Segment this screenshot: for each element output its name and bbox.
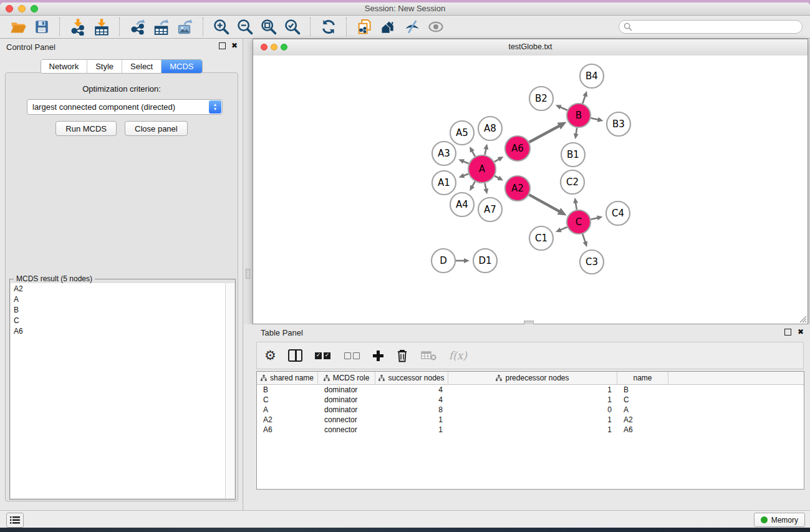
cell[interactable]: 1: [448, 425, 617, 434]
result-item-c[interactable]: C: [11, 315, 226, 326]
tab-mcds[interactable]: MCDS: [162, 60, 201, 73]
cell[interactable]: 1: [375, 415, 448, 424]
cell[interactable]: dominator: [318, 385, 375, 394]
home-icon[interactable]: [378, 17, 398, 37]
close-panel-button[interactable]: Close panel: [125, 121, 188, 136]
table-row-a6[interactable]: A6connector11A6: [257, 425, 804, 435]
cell[interactable]: 1: [448, 395, 617, 404]
result-item-a6[interactable]: A6: [11, 326, 226, 336]
cell[interactable]: 1: [448, 415, 617, 424]
table-row-b[interactable]: Bdominator41B: [257, 385, 804, 395]
graph-edge-A-A6[interactable]: [494, 159, 499, 162]
graph-edge-B-B4[interactable]: [582, 95, 585, 104]
cell[interactable]: B: [617, 385, 668, 394]
graph-edge-B-B3[interactable]: [591, 118, 599, 120]
result-item-a[interactable]: A: [11, 294, 226, 304]
graph-edge-A-A1[interactable]: [463, 174, 468, 176]
add-column-icon[interactable]: [373, 346, 383, 365]
column-header-shared-name[interactable]: shared name: [257, 372, 318, 384]
graph-edge-A2-C[interactable]: [529, 195, 559, 211]
float-panel-icon[interactable]: [219, 42, 226, 49]
cell[interactable]: A2: [617, 415, 668, 424]
column-header-name[interactable]: name: [617, 372, 668, 384]
graph-edge-C-C3[interactable]: [582, 234, 585, 243]
cell[interactable]: 1: [375, 425, 448, 434]
graph-edge-B-B2[interactable]: [560, 107, 567, 110]
close-panel-icon[interactable]: ✖: [231, 42, 238, 49]
cell[interactable]: connector: [318, 425, 375, 434]
memory-button[interactable]: Memory: [754, 513, 805, 527]
zoom-fit-icon[interactable]: [259, 17, 279, 37]
export-table-icon[interactable]: [152, 17, 171, 37]
graph-edge-B-B1[interactable]: [576, 128, 577, 135]
table-row-a2[interactable]: A2connector11A2: [257, 415, 804, 425]
network-window-titlebar[interactable]: testGlobe.txt: [253, 39, 808, 56]
cell[interactable]: A: [257, 405, 318, 414]
resize-grip[interactable]: [798, 314, 807, 323]
cell[interactable]: dominator: [318, 395, 375, 404]
apply-layout-icon[interactable]: [319, 17, 339, 37]
task-history-button[interactable]: [6, 513, 24, 528]
search-input[interactable]: [619, 20, 803, 34]
table-row-c[interactable]: Cdominator41C: [257, 395, 804, 405]
graph-edge-C-C4[interactable]: [591, 218, 598, 220]
deselect-all-columns-icon[interactable]: [344, 346, 361, 365]
open-session-icon[interactable]: [8, 17, 28, 37]
graph-edge-A6-B[interactable]: [529, 126, 559, 142]
column-header-MCDS-role[interactable]: MCDS role: [318, 372, 375, 384]
graph-edge-C-C2[interactable]: [576, 203, 577, 210]
result-item-a2[interactable]: A2: [11, 283, 226, 294]
run-mcds-button[interactable]: Run MCDS: [55, 121, 117, 136]
cell[interactable]: A6: [257, 425, 318, 434]
column-header-predecessor-nodes[interactable]: predecessor nodes: [448, 372, 617, 384]
cell[interactable]: 0: [448, 405, 617, 414]
splitter-handle[interactable]: [246, 269, 250, 279]
export-network-icon[interactable]: [128, 17, 148, 37]
result-scrollbar[interactable]: [225, 283, 234, 498]
cell[interactable]: A6: [617, 425, 668, 434]
float-panel-icon[interactable]: [784, 329, 791, 336]
graph-edge-A-A3[interactable]: [463, 162, 469, 164]
tab-style[interactable]: Style: [87, 60, 122, 73]
cell[interactable]: C: [617, 395, 668, 404]
column-header-successor-nodes[interactable]: successor nodes: [375, 372, 448, 384]
export-image-icon[interactable]: [175, 17, 195, 37]
close-panel-icon[interactable]: ✖: [798, 329, 804, 336]
cell[interactable]: connector: [318, 415, 375, 424]
graph-edge-A-A5[interactable]: [472, 151, 475, 157]
cell[interactable]: 1: [448, 385, 617, 394]
cell[interactable]: 4: [375, 385, 448, 394]
tab-network[interactable]: Network: [41, 60, 87, 73]
import-table-icon[interactable]: [92, 17, 112, 37]
zoom-selected-icon[interactable]: [282, 17, 302, 37]
table-settings-icon[interactable]: ⚙: [264, 346, 276, 365]
graph-edge-A-A4[interactable]: [472, 181, 475, 186]
network-canvas[interactable]: AA1A2A3A4A5A6A7A8BB1B2B3B4CC1C2C3C4DD1: [253, 56, 808, 324]
cell[interactable]: dominator: [318, 405, 375, 414]
cell[interactable]: B: [257, 385, 318, 394]
delete-column-icon[interactable]: [395, 346, 409, 365]
show-graphics-details-icon[interactable]: [426, 17, 446, 37]
select-all-columns-icon[interactable]: [314, 346, 332, 365]
table-row-a[interactable]: Adominator80A: [257, 405, 804, 415]
cell[interactable]: 4: [375, 395, 448, 404]
graph-edge-A-A7[interactable]: [485, 183, 486, 190]
import-network-icon[interactable]: [68, 17, 88, 37]
duplicate-network-icon[interactable]: [355, 17, 375, 37]
save-session-icon[interactable]: [32, 17, 52, 37]
cell[interactable]: A2: [257, 415, 318, 424]
graph-edge-C-C1[interactable]: [560, 227, 567, 230]
criterion-select[interactable]: largest connected component (directed) ▲…: [27, 99, 223, 115]
zoom-out-icon[interactable]: [235, 17, 255, 37]
graph-edge-A-A8[interactable]: [485, 148, 486, 155]
result-item-b[interactable]: B: [11, 304, 226, 315]
cell[interactable]: C: [257, 395, 318, 404]
app-titlebar[interactable]: Session: New Session: [0, 2, 810, 16]
split-view-icon[interactable]: [288, 346, 302, 365]
cell[interactable]: A: [617, 405, 668, 414]
zoom-in-icon[interactable]: [211, 17, 231, 37]
hide-graphics-details-icon[interactable]: [402, 17, 422, 37]
cell[interactable]: 8: [375, 405, 448, 414]
tab-select[interactable]: Select: [122, 60, 162, 73]
graph-edge-A-A2[interactable]: [494, 176, 499, 178]
